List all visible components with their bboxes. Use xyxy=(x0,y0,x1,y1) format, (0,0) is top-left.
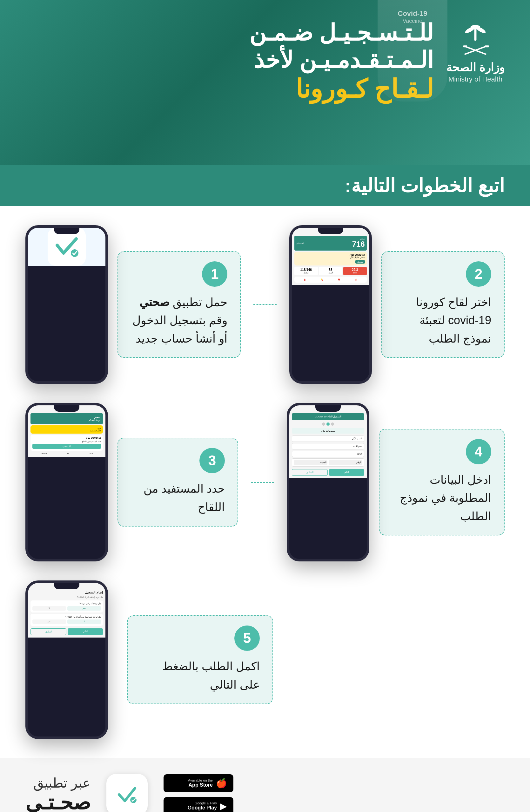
step-row-5: 5 اكمل الطلب بالضغط على التالي إتمام الت… xyxy=(25,580,505,739)
sehhaty-app-logo xyxy=(107,774,148,812)
step-text-4: ادخل البيانات المطلوبة في نموذج الطلب xyxy=(392,471,491,525)
phone-mockup-5: إتمام التسجيل هل تريد إضافة أفراد العائل… xyxy=(25,580,108,739)
svg-rect-3 xyxy=(474,27,477,41)
via-text: عبر تطبيق xyxy=(25,775,90,791)
ministry-name-en: Ministry of Health xyxy=(448,75,502,84)
title-line1: للـتـسـجـيـل ضـمـن xyxy=(25,19,433,46)
app-download-section: 🍎 Available on the App Store ▶ Google E … xyxy=(0,758,530,812)
step-text-2: اختر لقاح كورونا covid-19 لتعبئة نموذج ا… xyxy=(395,293,491,348)
step-number-5: 5 xyxy=(234,625,260,651)
steps-banner-title: اتبع الخطوات التالية: xyxy=(25,174,505,197)
steps-grid: صحتي 716 المسجلين COVID-19 لقاح سجل طلبك… xyxy=(25,225,505,739)
phone2-screen: صحتي 716 المسجلين COVID-19 لقاح سجل طلبك… xyxy=(292,228,369,285)
phone-mockup-2: صحتي 716 المسجلين COVID-19 لقاح سجل طلبك… xyxy=(289,225,372,384)
googleplay-icon: ▶ xyxy=(220,801,227,811)
phone-notch-2 xyxy=(318,228,343,234)
phone4-screen: التسجيل للقاح COVID-19 معلومات بلاغ الاس… xyxy=(289,405,367,478)
step-number-2: 2 xyxy=(466,261,491,287)
apple-icon: 🍎 xyxy=(216,778,227,788)
step-card-3: 3 حدد المستفيد من اللقاح xyxy=(117,438,238,526)
step-text-5: اكمل الطلب بالضغط على التالي xyxy=(140,657,260,694)
phone-notch-3 xyxy=(54,405,79,412)
sehhaty-icon xyxy=(113,780,141,809)
phone5-screen: إتمام التسجيل هل تريد إضافة أفراد العائل… xyxy=(28,583,106,638)
step-number-1: 1 xyxy=(202,261,227,287)
step-text-1: حمل تطبيق صحتي وقم بتسجيل الدخول أو أنشأ… xyxy=(131,293,227,348)
step-card-5: 5 اكمل الطلب بالضغط على التالي xyxy=(127,615,273,704)
moh-emblem-icon xyxy=(456,19,494,57)
app-name: صحـتـي xyxy=(25,791,90,812)
step-card-2: 2 اختر لقاح كورونا covid-19 لتعبئة نموذج… xyxy=(381,251,505,358)
connector-1-2 xyxy=(253,304,276,305)
app-name-block: عبر تطبيق صحـتـي xyxy=(25,775,90,812)
step-card-1: 1 حمل تطبيق صحتي وقم بتسجيل الدخول أو أن… xyxy=(117,251,241,358)
svg-point-1 xyxy=(464,26,476,34)
svg-point-9 xyxy=(71,249,79,257)
googleplay-text: Google E Play Google Play xyxy=(188,801,217,811)
step-row-3-4: التسجيل للقاح COVID-19 معلومات بلاغ الاس… xyxy=(25,403,505,562)
ministry-name-ar: وزارة الصحة xyxy=(446,60,505,75)
steps-banner: اتبع الخطوات التالية: xyxy=(0,165,530,206)
step-text-3: حدد المستفيد من اللقاح xyxy=(131,480,225,516)
step-number-3: 3 xyxy=(199,448,225,473)
svg-rect-6 xyxy=(463,45,467,47)
phone-notch-4 xyxy=(315,405,341,412)
svg-rect-10 xyxy=(113,780,141,809)
connector-3-4 xyxy=(251,482,274,483)
store-badges: 🍎 Available on the App Store ▶ Google E … xyxy=(164,774,233,812)
phone-notch-1 xyxy=(54,228,79,234)
phone-notch-5 xyxy=(54,583,79,589)
phone-mockup-1 xyxy=(25,225,108,384)
step-card-4: 4 ادخل البيانات المطلوبة في نموذج الطلب xyxy=(379,429,505,536)
step-row-1-2: صحتي 716 المسجلين COVID-19 لقاح سجل طلبك… xyxy=(25,225,505,384)
appstore-badge[interactable]: 🍎 Available on the App Store xyxy=(164,774,233,792)
title-line2: الـمـتـقـدمـيـن لأخذ xyxy=(25,46,433,74)
svg-point-2 xyxy=(475,26,487,34)
googleplay-badge[interactable]: ▶ Google E Play Google Play xyxy=(164,797,233,812)
appstore-text: Available on the App Store xyxy=(188,778,213,788)
main-content: صحتي 716 المسجلين COVID-19 لقاح سجل طلبك… xyxy=(0,206,530,758)
phone-mockup-4: التسجيل للقاح COVID-19 معلومات بلاغ الاس… xyxy=(287,403,369,562)
header-section: وزارة الصحة Ministry of Health للـتـسـجـ… xyxy=(0,0,530,165)
logo-area: وزارة الصحة Ministry of Health xyxy=(446,19,505,84)
phone3-screen: صحتي لوحة التحكم تنبيه اختر المستفيد COV… xyxy=(28,405,106,457)
phone-mockup-3: صحتي لوحة التحكم تنبيه اختر المستفيد COV… xyxy=(25,403,108,562)
vaccine-bottle-decoration: Covid-19 Vaccine xyxy=(378,0,447,102)
step-number-4: 4 xyxy=(466,439,491,464)
svg-rect-7 xyxy=(485,45,489,47)
title-line3-gold: لـقـاح كـورونا xyxy=(25,74,433,104)
